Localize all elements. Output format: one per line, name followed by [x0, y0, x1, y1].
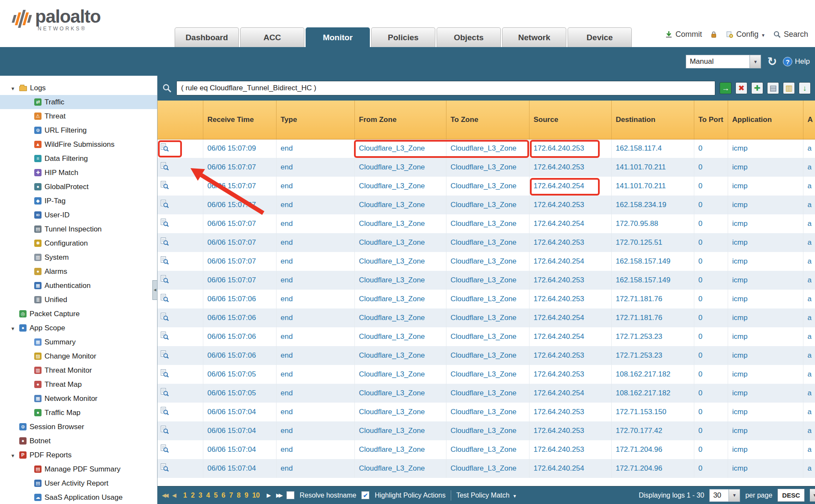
cell-from-zone[interactable]: Cloudflare_L3_Zone — [354, 365, 446, 384]
cell-to-zone[interactable]: Cloudflare_L3_Zone — [446, 214, 529, 233]
cell-application[interactable]: icmp — [728, 327, 803, 346]
log-detail-magnifier-icon[interactable] — [160, 369, 169, 378]
cell-from-zone[interactable]: Cloudflare_L3_Zone — [354, 271, 446, 290]
sidebar-item-url-filtering[interactable]: ⊙ URL Filtering — [0, 123, 157, 137]
cell-action[interactable]: a — [803, 233, 815, 252]
cell-application[interactable]: icmp — [728, 214, 803, 233]
sidebar-item-system[interactable]: ▥ System — [0, 250, 157, 264]
sidebar-item-user-activity-report[interactable]: ▤ User Activity Report — [0, 476, 157, 490]
cell-application[interactable]: icmp — [728, 440, 803, 459]
sidebar-item-threat-map[interactable]: ● Threat Map — [0, 377, 157, 391]
filter-builder-icon[interactable]: ▤ — [767, 82, 779, 94]
cell-type[interactable]: end — [276, 403, 354, 421]
cell-action[interactable]: a — [803, 308, 815, 327]
cell-source[interactable]: 172.64.240.253 — [529, 196, 611, 214]
column-header-receive-time[interactable]: Receive Time — [203, 101, 276, 139]
cell-destination[interactable]: 172.71.153.150 — [611, 403, 694, 421]
cell-action[interactable]: a — [803, 290, 815, 308]
cell-receive-time[interactable]: 06/06 15:07:07 — [203, 196, 276, 214]
cell-source[interactable]: 172.64.240.254 — [529, 327, 611, 346]
sidebar-item-logs[interactable]: Logs — [0, 81, 157, 95]
cell-from-zone[interactable]: Cloudflare_L3_Zone — [354, 233, 446, 252]
sidebar-item-saas-application-usage[interactable]: ☁ SaaS Application Usage — [0, 490, 157, 504]
first-page-button[interactable] — [162, 492, 167, 498]
cell-from-zone[interactable]: Cloudflare_L3_Zone — [354, 158, 446, 177]
sidebar-item-globalprotect[interactable]: ● GlobalProtect — [0, 180, 157, 194]
cell-application[interactable]: icmp — [728, 459, 803, 478]
cell-type[interactable]: end — [276, 196, 354, 214]
cell-action[interactable]: a — [803, 346, 815, 365]
cell-action[interactable]: a — [803, 252, 815, 271]
sidebar-item-pdf-reports[interactable]: P PDF Reports — [0, 448, 157, 462]
column-header-to-port[interactable]: To Port — [694, 101, 728, 139]
cell-source[interactable]: 172.64.240.253 — [529, 440, 611, 459]
cell-destination[interactable]: 108.162.217.182 — [611, 384, 694, 403]
column-header-to-zone[interactable]: To Zone — [446, 101, 529, 139]
cell-action[interactable]: a — [803, 196, 815, 214]
tab-dashboard[interactable]: Dashboard — [175, 27, 239, 47]
cell-type[interactable]: end — [276, 327, 354, 346]
apply-filter-icon[interactable]: → — [720, 82, 732, 94]
cell-action[interactable]: a — [803, 440, 815, 459]
cell-from-zone[interactable]: Cloudflare_L3_Zone — [354, 327, 446, 346]
cell-application[interactable]: icmp — [728, 365, 803, 384]
log-detail-magnifier-icon[interactable] — [160, 256, 169, 265]
cell-to-port[interactable]: 0 — [694, 290, 728, 308]
cell-receive-time[interactable]: 06/06 15:07:06 — [203, 308, 276, 327]
cell-source[interactable]: 172.64.240.254 — [529, 384, 611, 403]
cell-to-port[interactable]: 0 — [694, 365, 728, 384]
sidebar-item-threat[interactable]: ⚠ Threat — [0, 109, 157, 123]
tab-device[interactable]: Device — [568, 27, 632, 47]
sidebar-item-traffic-map[interactable]: ● Traffic Map — [0, 406, 157, 420]
cell-receive-time[interactable]: 06/06 15:07:07 — [203, 214, 276, 233]
cell-to-zone[interactable]: Cloudflare_L3_Zone — [446, 459, 529, 478]
page-link-9[interactable]: 9 — [244, 492, 248, 499]
sidebar-item-change-monitor[interactable]: ▨ Change Monitor — [0, 349, 157, 363]
cell-type[interactable]: end — [276, 271, 354, 290]
cell-to-zone[interactable]: Cloudflare_L3_Zone — [446, 384, 529, 403]
tree-expander-icon[interactable] — [9, 84, 16, 92]
cell-receive-time[interactable]: 06/06 15:07:06 — [203, 346, 276, 365]
page-link-2[interactable]: 2 — [191, 492, 195, 499]
prev-page-button[interactable] — [172, 492, 176, 498]
cell-to-port[interactable]: 0 — [694, 177, 728, 196]
cell-to-zone[interactable]: Cloudflare_L3_Zone — [446, 177, 529, 196]
sidebar-item-tunnel-inspection[interactable]: ▤ Tunnel Inspection — [0, 222, 157, 236]
cell-type[interactable]: end — [276, 459, 354, 478]
page-link-10[interactable]: 10 — [252, 492, 260, 499]
cell-type[interactable]: end — [276, 158, 354, 177]
cell-receive-time[interactable]: 06/06 15:07:04 — [203, 421, 276, 440]
cell-from-zone[interactable]: Cloudflare_L3_Zone — [354, 290, 446, 308]
cell-to-port[interactable]: 0 — [694, 252, 728, 271]
cell-source[interactable]: 172.64.240.253 — [529, 271, 611, 290]
cell-from-zone[interactable]: Cloudflare_L3_Zone — [354, 252, 446, 271]
cell-to-port[interactable]: 0 — [694, 403, 728, 421]
cell-to-zone[interactable]: Cloudflare_L3_Zone — [446, 158, 529, 177]
log-detail-magnifier-icon[interactable] — [160, 199, 169, 208]
tab-monitor[interactable]: Monitor — [306, 27, 370, 47]
sidebar-item-traffic[interactable]: ⇄ Traffic — [0, 95, 157, 109]
cell-action[interactable]: a — [803, 384, 815, 403]
cell-destination[interactable]: 141.101.70.211 — [611, 177, 694, 196]
cell-receive-time[interactable]: 06/06 15:07:04 — [203, 440, 276, 459]
log-detail-magnifier-icon[interactable] — [160, 463, 169, 472]
log-detail-magnifier-icon[interactable] — [160, 444, 169, 453]
cell-destination[interactable]: 162.158.157.149 — [611, 252, 694, 271]
tab-policies[interactable]: Policies — [371, 27, 435, 47]
sidebar-item-unified[interactable]: ≣ Unified — [0, 293, 157, 307]
log-detail-magnifier-icon[interactable] — [160, 312, 169, 321]
sidebar-item-hip-match[interactable]: ✚ HIP Match — [0, 166, 157, 180]
lock-button[interactable] — [710, 30, 718, 39]
cell-destination[interactable]: 172.71.253.23 — [611, 346, 694, 365]
column-header-type[interactable]: Type — [276, 101, 354, 139]
cell-destination[interactable]: 172.70.177.42 — [611, 421, 694, 440]
sidebar-item-network-monitor[interactable]: ▦ Network Monitor — [0, 391, 157, 406]
cell-source[interactable]: 172.64.240.253 — [529, 158, 611, 177]
cell-application[interactable]: icmp — [728, 196, 803, 214]
cell-type[interactable]: end — [276, 177, 354, 196]
sidebar-item-data-filtering[interactable]: ≡ Data Filtering — [0, 151, 157, 166]
cell-action[interactable]: a — [803, 271, 815, 290]
last-page-button[interactable] — [276, 492, 281, 498]
cell-to-zone[interactable]: Cloudflare_L3_Zone — [446, 196, 529, 214]
cell-action[interactable]: a — [803, 459, 815, 478]
